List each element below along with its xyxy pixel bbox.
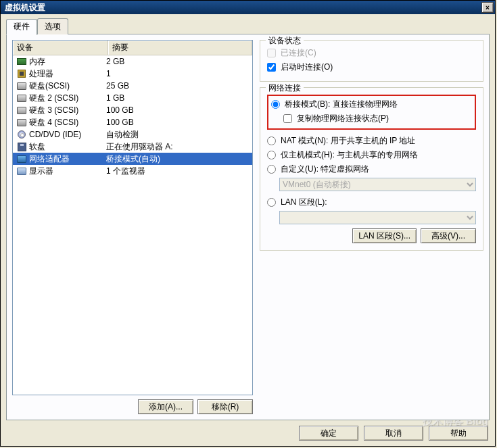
help-button[interactable]: 帮助 xyxy=(429,426,488,441)
lan-segments-button[interactable]: LAN 区段(S)... xyxy=(352,228,417,243)
tab-hardware[interactable]: 硬件 xyxy=(6,19,37,35)
net-icon xyxy=(16,155,28,163)
col-header-summary[interactable]: 摘要 xyxy=(108,41,252,55)
hardware-row[interactable]: 网络适配器桥接模式(自动) xyxy=(13,153,252,165)
window-title: 虚拟机设置 xyxy=(5,2,45,14)
device-name: 显示器 xyxy=(28,166,106,177)
tab-panel-hardware: 设备 摘要 内存2 GB处理器1硬盘(SCSI)25 GB硬盘 2 (SCSI)… xyxy=(6,34,490,420)
hardware-row[interactable]: 硬盘 4 (SCSI)100 GB xyxy=(13,116,252,128)
tab-options[interactable]: 选项 xyxy=(37,18,68,34)
hardware-list[interactable]: 设备 摘要 内存2 GB处理器1硬盘(SCSI)25 GB硬盘 2 (SCSI)… xyxy=(12,40,253,395)
hardware-row[interactable]: 硬盘 3 (SCSI)100 GB xyxy=(13,104,252,116)
hdd-icon xyxy=(16,95,28,102)
floppy-icon xyxy=(16,143,28,151)
device-summary: 桥接模式(自动) xyxy=(106,153,252,165)
add-button[interactable]: 添加(A)... xyxy=(138,399,193,414)
bottom-bar: 确定 取消 帮助 xyxy=(6,420,490,441)
network-group-buttons: LAN 区段(S)... 高级(V)... xyxy=(267,228,476,243)
cd-icon xyxy=(16,130,28,139)
remove-button[interactable]: 移除(R) xyxy=(197,399,253,414)
cpu-icon xyxy=(16,70,28,78)
hardware-row[interactable]: 硬盘 2 (SCSI)1 GB xyxy=(13,92,252,104)
hdd-icon xyxy=(16,107,28,114)
device-name: 硬盘(SCSI) xyxy=(28,80,106,92)
custom-combo-wrap: VMnet0 (自动桥接) xyxy=(267,178,476,191)
connect-on-power-label: 启动时连接(O) xyxy=(281,61,333,73)
left-pane: 设备 摘要 内存2 GB处理器1硬盘(SCSI)25 GB硬盘 2 (SCSI)… xyxy=(12,40,253,414)
device-name: 网络适配器 xyxy=(28,153,106,165)
hostonly-radio[interactable] xyxy=(267,151,276,159)
custom-label: 自定义(U): 特定虚拟网络 xyxy=(281,164,369,175)
device-name: 硬盘 4 (SCSI) xyxy=(28,117,106,128)
connected-checkbox xyxy=(267,49,276,57)
device-summary: 2 GB xyxy=(106,57,252,66)
lan-segment-label: LAN 区段(L): xyxy=(281,197,327,208)
hardware-rows: 内存2 GB处理器1硬盘(SCSI)25 GB硬盘 2 (SCSI)1 GB硬盘… xyxy=(13,55,252,177)
custom-network-select: VMnet0 (自动桥接) xyxy=(279,178,476,191)
replicate-row[interactable]: 复制物理网络连接状态(P) xyxy=(271,111,472,126)
hardware-row[interactable]: 处理器1 xyxy=(13,68,252,80)
connected-row: 已连接(C) xyxy=(267,46,476,60)
replicate-checkbox[interactable] xyxy=(283,114,292,123)
hdd-icon xyxy=(16,119,28,126)
hardware-row[interactable]: CD/DVD (IDE)自动检测 xyxy=(13,128,252,141)
nat-label: NAT 模式(N): 用于共享主机的 IP 地址 xyxy=(281,135,415,147)
vm-settings-window: 虚拟机设置 × 硬件 选项 设备 摘要 内存2 GB处理器1硬盘(SCSI)25… xyxy=(0,0,496,447)
device-name: 内存 xyxy=(28,56,106,68)
lan-segment-row[interactable]: LAN 区段(L): xyxy=(267,195,476,209)
mon-icon xyxy=(16,168,28,175)
device-name: 处理器 xyxy=(28,68,106,80)
ok-button[interactable]: 确定 xyxy=(299,426,358,441)
tabs: 硬件 选项 xyxy=(6,18,490,34)
hardware-row[interactable]: 软盘正在使用驱动器 A: xyxy=(13,141,252,153)
device-name: CD/DVD (IDE) xyxy=(28,130,106,139)
hardware-row[interactable]: 内存2 GB xyxy=(13,55,252,68)
lan-combo-wrap xyxy=(267,211,476,224)
lan-segment-select xyxy=(279,211,476,224)
device-summary: 25 GB xyxy=(106,81,252,91)
lan-segment-radio[interactable] xyxy=(267,198,276,207)
device-summary: 1 个监视器 xyxy=(106,166,252,177)
device-name: 软盘 xyxy=(28,141,106,153)
connect-on-power-checkbox[interactable] xyxy=(267,63,276,72)
nat-row[interactable]: NAT 模式(N): 用于共享主机的 IP 地址 xyxy=(267,134,476,148)
bridged-label: 桥接模式(B): 直接连接物理网络 xyxy=(285,99,398,110)
hardware-row[interactable]: 硬盘(SCSI)25 GB xyxy=(13,80,252,92)
device-name: 硬盘 2 (SCSI) xyxy=(28,93,106,104)
close-icon[interactable]: × xyxy=(481,2,494,13)
nat-radio[interactable] xyxy=(267,136,276,145)
cancel-button[interactable]: 取消 xyxy=(364,426,423,441)
group-device-status: 设备状态 已连接(C) 启动时连接(O) xyxy=(260,40,483,82)
titlebar[interactable]: 虚拟机设置 × xyxy=(1,1,495,14)
device-summary: 自动检测 xyxy=(106,129,252,141)
device-summary: 1 xyxy=(106,69,252,78)
group-network-connection: 网络连接 桥接模式(B): 直接连接物理网络 复制物理网络连接状态(P) xyxy=(260,87,483,251)
hostonly-label: 仅主机模式(H): 与主机共享的专用网络 xyxy=(281,149,418,161)
col-header-device[interactable]: 设备 xyxy=(13,41,108,55)
device-summary: 100 GB xyxy=(106,118,252,127)
device-name: 硬盘 3 (SCSI) xyxy=(28,105,106,116)
replicate-label: 复制物理网络连接状态(P) xyxy=(297,113,389,124)
device-summary: 正在使用驱动器 A: xyxy=(106,141,252,153)
custom-row[interactable]: 自定义(U): 特定虚拟网络 xyxy=(267,162,476,176)
bridged-radio[interactable] xyxy=(271,100,280,109)
hardware-list-header: 设备 摘要 xyxy=(13,41,252,55)
bridged-row[interactable]: 桥接模式(B): 直接连接物理网络 xyxy=(271,97,472,111)
right-pane: 设备状态 已连接(C) 启动时连接(O) 网络连接 xyxy=(260,40,483,414)
left-buttons: 添加(A)... 移除(R) xyxy=(12,399,253,414)
mem-icon xyxy=(16,58,28,65)
hdd-icon xyxy=(16,82,28,90)
connect-on-power-row[interactable]: 启动时连接(O) xyxy=(267,60,476,74)
group-title-device-status: 设备状态 xyxy=(266,35,304,47)
group-title-network: 网络连接 xyxy=(266,82,304,94)
connected-label: 已连接(C) xyxy=(281,47,316,59)
custom-radio[interactable] xyxy=(267,165,276,174)
device-summary: 100 GB xyxy=(106,105,252,115)
hardware-row[interactable]: 显示器1 个监视器 xyxy=(13,165,252,177)
hostonly-row[interactable]: 仅主机模式(H): 与主机共享的专用网络 xyxy=(267,148,476,162)
content-area: 硬件 选项 设备 摘要 内存2 GB处理器1硬盘(SCSI)25 GB硬盘 2 … xyxy=(1,14,495,446)
device-summary: 1 GB xyxy=(106,93,252,103)
advanced-button[interactable]: 高级(V)... xyxy=(421,228,476,243)
highlight-bridged: 桥接模式(B): 直接连接物理网络 复制物理网络连接状态(P) xyxy=(267,95,476,130)
